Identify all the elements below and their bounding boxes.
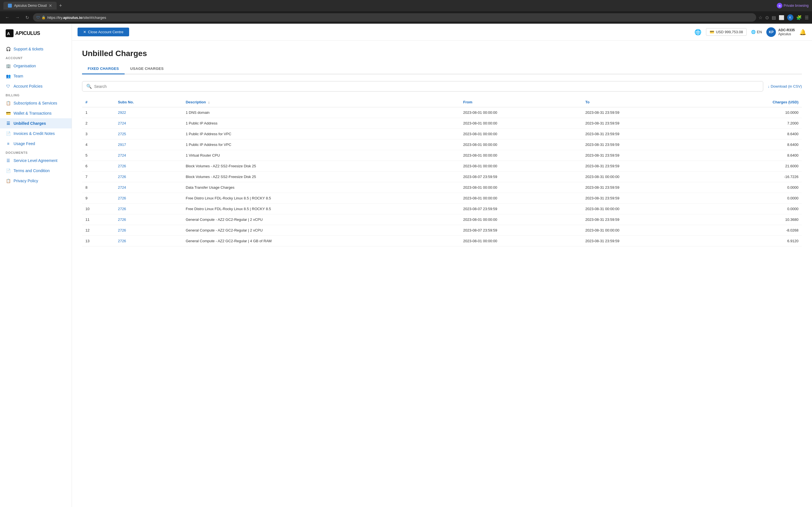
sidebar-item-support[interactable]: 🎧 Support & tickets — [0, 44, 71, 54]
sidebar-item-subscriptions[interactable]: 📋 Subscriptions & Services — [0, 98, 71, 108]
cell-desc: Free Distro Linux FDL-Rocky Linux 8.5 | … — [183, 193, 460, 204]
search-input[interactable] — [94, 84, 759, 89]
cell-subs: 2726 — [114, 193, 183, 204]
sidebar-item-subscriptions-label: Subscriptions & Services — [13, 101, 57, 105]
lang-label: EN — [757, 30, 762, 34]
private-icon: ⊕ — [777, 3, 782, 8]
cell-to: 2023-08-31 23:59:59 — [582, 139, 704, 150]
bookmarks-icon[interactable]: ☆ — [758, 15, 762, 20]
new-tab-button[interactable]: + — [59, 3, 62, 8]
cell-subs: 2917 — [114, 139, 183, 150]
search-icon: 🔍 — [86, 83, 92, 89]
cell-from: 2023-08-01 00:00:00 — [460, 193, 582, 204]
search-box[interactable]: 🔍 — [82, 81, 763, 92]
browser-chrome: Apiculus Demo Cloud ✕ + ⊕ Private browsi… — [0, 0, 812, 11]
private-browsing-badge: ⊕ Private browsing — [777, 3, 809, 8]
cell-from: 2023-08-01 00:00:00 — [460, 118, 582, 129]
language-selector[interactable]: 🌐 EN — [751, 30, 762, 34]
sidebar-item-team[interactable]: 👥 Team — [0, 71, 71, 81]
tab-close-icon[interactable]: ✕ — [49, 3, 52, 8]
forward-button[interactable]: → — [13, 14, 21, 21]
cell-charges: 10.0000 — [704, 107, 802, 118]
sidebar-item-unbilled-charges[interactable]: ☰ Unbilled Charges — [0, 118, 71, 128]
table-header: # Subs No. Description ↓ From To Charges… — [82, 97, 802, 107]
screenshot-icon[interactable]: ⬜ — [779, 15, 784, 20]
pocket-icon[interactable]: ⊙ — [765, 15, 769, 20]
extensions-icon[interactable]: 🧩 — [796, 15, 802, 20]
cell-charges: 0.0000 — [704, 193, 802, 204]
sidebar-item-terms[interactable]: 📄 Terms and Condition — [0, 166, 71, 176]
currency-selector[interactable]: 💳 USD 999,753.08 — [706, 28, 747, 36]
close-btn-label: Close Account Centre — [88, 30, 123, 34]
col-description[interactable]: Description ↓ — [183, 97, 460, 107]
col-from[interactable]: From — [460, 97, 582, 107]
sidebar-item-invoices[interactable]: 📄 Invoices & Credit Notes — [0, 128, 71, 138]
cell-num: 5 — [82, 150, 114, 161]
table-row: 4 2917 1 Public IP Address for VPC 2023-… — [82, 139, 802, 150]
reload-button[interactable]: ↻ — [24, 14, 31, 21]
tab-usage-charges[interactable]: USAGE CHARGES — [124, 64, 169, 74]
avatar-initials: KP — [769, 30, 774, 34]
fixed-charges-tab-label: FIXED CHARGES — [88, 66, 119, 71]
download-label: Download (in CSV) — [770, 84, 802, 89]
page-title: Unbilled Charges — [82, 49, 802, 58]
private-browsing-label: Private browsing — [783, 4, 809, 8]
cell-charges: 0.0000 — [704, 182, 802, 193]
tab-fixed-charges[interactable]: FIXED CHARGES — [82, 64, 124, 74]
sidebar-item-account-policies[interactable]: 🛡 Account Policies — [0, 81, 71, 91]
col-to[interactable]: To — [582, 97, 704, 107]
cell-desc: General Compute - AZ2 GC2-Regular | 2 vC… — [183, 225, 460, 236]
cell-to: 2023-08-31 23:59:59 — [582, 150, 704, 161]
sidebar-item-usage-feed[interactable]: ≡ Usage Feed — [0, 138, 71, 149]
table-row: 8 2724 Data Transfer Usage Charges 2023-… — [82, 182, 802, 193]
address-bar[interactable]: 🛡 🔒 https://try.apiculus.io/site/#/charg… — [33, 13, 756, 22]
download-csv-button[interactable]: ↓ Download (in CSV) — [768, 84, 802, 89]
reader-icon[interactable]: ▤ — [772, 15, 776, 20]
shield-icon: 🛡 — [6, 83, 11, 89]
close-account-centre-button[interactable]: ✕ Close Account Centre — [78, 27, 129, 36]
wallet-icon-small: 💳 — [710, 30, 714, 34]
sidebar-item-wallet[interactable]: 💳 Wallet & Transactions — [0, 108, 71, 118]
cell-desc: 1 Virtual Router CPU — [183, 150, 460, 161]
terms-icon: 📄 — [6, 168, 11, 173]
documents-section-label: DOCUMENTS — [0, 149, 71, 156]
cell-charges: 6.9120 — [704, 236, 802, 246]
table-row: 6 2726 Block Volumes - AZ2 SS2-Freesize … — [82, 161, 802, 172]
sidebar-item-sla-label: Service Level Agreement — [13, 158, 57, 163]
col-charges[interactable]: Charges (USD) — [704, 97, 802, 107]
sidebar-item-privacy-label: Privacy Policy — [13, 179, 38, 183]
globe-icon[interactable]: 🌐 — [695, 29, 702, 36]
cell-from: 2023-08-07 23:59:59 — [460, 225, 582, 236]
sidebar-item-terms-label: Terms and Condition — [13, 168, 50, 173]
invoice-icon: 📄 — [6, 131, 11, 136]
sidebar-item-unbilled-label: Unbilled Charges — [13, 121, 46, 126]
cell-from: 2023-08-01 00:00:00 — [460, 139, 582, 150]
back-button[interactable]: ← — [3, 14, 11, 21]
translate-icon: 🌐 — [751, 30, 756, 34]
svg-text:A: A — [7, 31, 10, 36]
profile-icon[interactable]: K — [787, 14, 794, 20]
search-row: 🔍 ↓ Download (in CSV) — [82, 81, 802, 92]
cell-charges: 0.0000 — [704, 204, 802, 214]
cell-desc: Free Distro Linux FDL-Rocky Linux 8.5 | … — [183, 204, 460, 214]
sidebar-logo: A APICULUS — [0, 29, 71, 44]
table-row: 2 2724 1 Public IP Address 2023-08-01 00… — [82, 118, 802, 129]
sidebar-item-organisation[interactable]: 🏢 Organisation — [0, 61, 71, 71]
sidebar-item-sla[interactable]: ☰ Service Level Agreement — [0, 156, 71, 166]
user-info-area: KP ADC-R335 Apiculus — [766, 27, 795, 37]
table-row: 9 2726 Free Distro Linux FDL-Rocky Linux… — [82, 193, 802, 204]
cell-to: 2023-08-31 23:59:59 — [582, 129, 704, 139]
bell-icon[interactable]: 🔔 — [799, 29, 806, 36]
cell-from: 2023-08-01 00:00:00 — [460, 182, 582, 193]
browser-tab[interactable]: Apiculus Demo Cloud ✕ — [3, 2, 57, 10]
sidebar-item-privacy[interactable]: 📋 Privacy Policy — [0, 176, 71, 186]
col-subs-no[interactable]: Subs No. — [114, 97, 183, 107]
cell-subs: 2724 — [114, 150, 183, 161]
cell-num: 12 — [82, 225, 114, 236]
menu-icon[interactable]: ☰ — [805, 15, 809, 20]
cell-num: 13 — [82, 236, 114, 246]
user-details: ADC-R335 Apiculus — [778, 28, 795, 36]
cell-to: 2023-08-31 23:59:59 — [582, 214, 704, 225]
url-display: https://try.apiculus.io/site/#/charges — [47, 15, 106, 20]
table-row: 11 2726 General Compute - AZ2 GC2-Regula… — [82, 214, 802, 225]
